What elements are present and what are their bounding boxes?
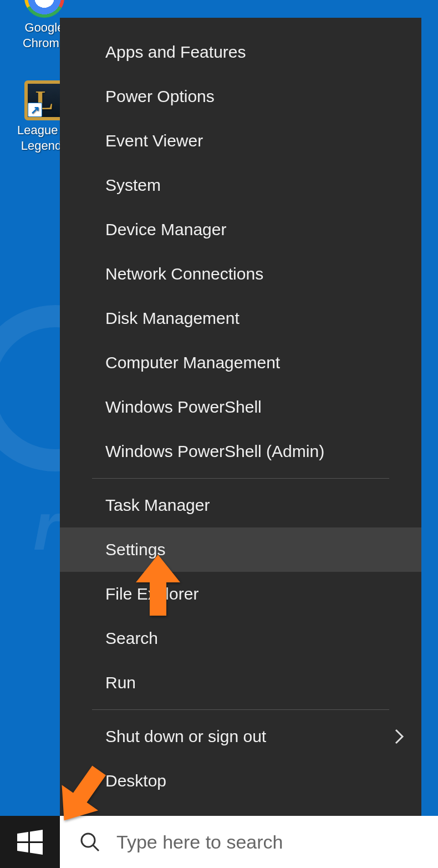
menu-item-run[interactable]: Run xyxy=(60,661,421,705)
menu-item-label: Windows PowerShell (Admin) xyxy=(105,442,324,461)
chrome-icon xyxy=(24,0,64,18)
menu-item-label: Device Manager xyxy=(105,220,226,239)
chevron-right-icon xyxy=(394,728,405,745)
menu-item-apps-and-features[interactable]: Apps and Features xyxy=(60,30,421,74)
menu-item-label: Shut down or sign out xyxy=(105,727,266,746)
menu-separator xyxy=(92,709,389,710)
menu-item-search[interactable]: Search xyxy=(60,616,421,661)
menu-item-label: Task Manager xyxy=(105,496,210,515)
menu-item-label: File Explorer xyxy=(105,585,198,603)
search-input[interactable] xyxy=(116,831,438,853)
svg-line-5 xyxy=(93,845,99,851)
menu-item-network-connections[interactable]: Network Connections xyxy=(60,252,421,296)
winx-context-menu: Apps and Features Power Options Event Vi… xyxy=(60,18,421,816)
menu-item-desktop[interactable]: Desktop xyxy=(60,759,421,803)
menu-separator xyxy=(92,478,389,479)
menu-item-event-viewer[interactable]: Event Viewer xyxy=(60,119,421,163)
menu-item-label: Power Options xyxy=(105,87,215,106)
menu-item-settings[interactable]: Settings xyxy=(60,527,421,572)
taskbar-search[interactable] xyxy=(60,816,438,868)
menu-item-shut-down-or-sign-out[interactable]: Shut down or sign out xyxy=(60,714,421,759)
svg-point-4 xyxy=(82,834,95,847)
taskbar xyxy=(0,816,438,868)
menu-item-disk-management[interactable]: Disk Management xyxy=(60,296,421,341)
menu-item-power-options[interactable]: Power Options xyxy=(60,74,421,119)
svg-marker-0 xyxy=(17,832,28,841)
svg-marker-1 xyxy=(30,830,43,841)
shortcut-overlay-icon: ↗ xyxy=(28,103,42,117)
menu-item-windows-powershell-admin[interactable]: Windows PowerShell (Admin) xyxy=(60,429,421,474)
menu-item-label: Search xyxy=(105,629,158,648)
menu-item-label: Settings xyxy=(105,540,165,559)
windows-logo-icon xyxy=(16,828,44,856)
menu-item-label: Event Viewer xyxy=(105,131,203,150)
menu-item-system[interactable]: System xyxy=(60,163,421,207)
menu-item-task-manager[interactable]: Task Manager xyxy=(60,483,421,527)
menu-item-computer-management[interactable]: Computer Management xyxy=(60,341,421,385)
menu-item-windows-powershell[interactable]: Windows PowerShell xyxy=(60,385,421,429)
menu-item-label: Desktop xyxy=(105,771,166,790)
menu-item-label: Run xyxy=(105,673,136,692)
menu-item-label: Apps and Features xyxy=(105,43,246,62)
search-icon xyxy=(79,831,101,853)
menu-item-label: System xyxy=(105,176,161,195)
league-of-legends-icon: L ↗ xyxy=(24,80,64,120)
svg-marker-2 xyxy=(17,843,28,852)
menu-item-device-manager[interactable]: Device Manager xyxy=(60,207,421,252)
menu-item-label: Computer Management xyxy=(105,353,280,372)
svg-marker-3 xyxy=(30,843,43,855)
menu-item-label: Disk Management xyxy=(105,309,240,328)
menu-item-file-explorer[interactable]: File Explorer xyxy=(60,572,421,616)
start-button[interactable] xyxy=(0,816,60,868)
menu-item-label: Network Connections xyxy=(105,265,263,283)
menu-item-label: Windows PowerShell xyxy=(105,398,262,417)
